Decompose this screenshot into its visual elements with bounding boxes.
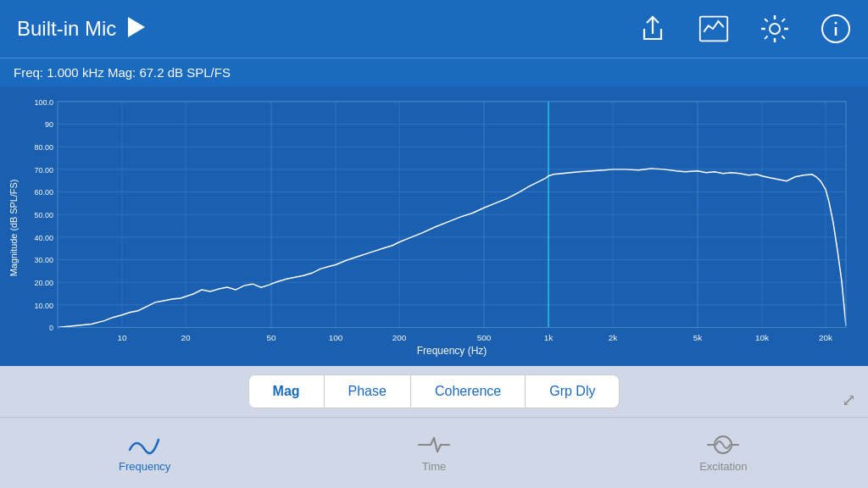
nav-frequency-label: Frequency	[119, 460, 170, 473]
frequency-icon	[126, 433, 164, 457]
expand-icon[interactable]: ⤢	[842, 390, 856, 410]
svg-text:Frequency (Hz): Frequency (Hz)	[417, 345, 487, 357]
header: Built-in Mic	[0, 0, 868, 58]
svg-text:Magnitude (dB SPL/FS): Magnitude (dB SPL/FS)	[8, 180, 19, 277]
excitation-icon	[704, 433, 742, 457]
tab-phase[interactable]: Phase	[325, 375, 411, 408]
svg-text:50.00: 50.00	[34, 211, 53, 219]
svg-line-57	[437, 445, 441, 452]
svg-line-56	[434, 438, 437, 452]
svg-text:1k: 1k	[544, 333, 554, 342]
bottom-nav: Frequency Time Excitation	[0, 417, 868, 488]
chart-button[interactable]	[698, 14, 729, 44]
svg-text:10.00: 10.00	[34, 302, 53, 310]
svg-text:20: 20	[181, 333, 191, 342]
tab-mag[interactable]: Mag	[249, 375, 325, 408]
info-button[interactable]	[821, 14, 851, 44]
settings-button[interactable]	[760, 14, 790, 44]
svg-text:100.0: 100.0	[34, 98, 53, 107]
svg-text:2k: 2k	[609, 333, 618, 342]
svg-text:30.00: 30.00	[34, 257, 53, 265]
nav-time-label: Time	[422, 460, 446, 473]
svg-text:20k: 20k	[819, 333, 832, 342]
nav-excitation-label: Excitation	[699, 460, 747, 473]
tab-coherence[interactable]: Coherence	[411, 375, 526, 408]
svg-text:200: 200	[392, 333, 407, 342]
share-button[interactable]	[637, 14, 668, 44]
header-left: Built-in Mic	[17, 17, 637, 41]
svg-text:5k: 5k	[693, 333, 703, 342]
svg-text:90: 90	[45, 121, 53, 130]
header-icons	[637, 14, 851, 44]
status-text: Freq: 1.000 kHz Mag: 67.2 dB SPL/FS	[14, 65, 231, 80]
tab-grp-dly[interactable]: Grp Dly	[526, 375, 619, 408]
frequency-chart: Magnitude (dB SPL/FS) 100.0 90 80.00 70.…	[7, 93, 861, 363]
tab-group: Mag Phase Coherence Grp Dly	[248, 374, 620, 408]
svg-point-4	[835, 22, 837, 25]
svg-text:60.00: 60.00	[34, 189, 53, 197]
svg-text:70.00: 70.00	[34, 166, 53, 175]
svg-text:10: 10	[117, 333, 127, 342]
svg-text:80.00: 80.00	[34, 143, 53, 152]
svg-point-1	[770, 24, 780, 34]
svg-text:40.00: 40.00	[34, 234, 53, 242]
play-icon	[128, 17, 145, 37]
time-icon	[415, 433, 453, 457]
svg-text:100: 100	[329, 333, 343, 342]
svg-text:10k: 10k	[755, 333, 769, 342]
svg-text:50: 50	[266, 333, 276, 342]
app-title: Built-in Mic	[17, 17, 116, 41]
status-bar: Freq: 1.000 kHz Mag: 67.2 dB SPL/FS	[0, 58, 868, 86]
tab-bar: Mag Phase Coherence Grp Dly ⤢	[0, 366, 868, 417]
nav-excitation[interactable]: Excitation	[579, 433, 868, 473]
nav-frequency[interactable]: Frequency	[0, 433, 289, 473]
svg-text:20.00: 20.00	[34, 279, 53, 287]
svg-text:500: 500	[477, 333, 492, 342]
chart-container: Magnitude (dB SPL/FS) 100.0 90 80.00 70.…	[0, 86, 868, 366]
svg-text:0: 0	[49, 324, 53, 333]
nav-time[interactable]: Time	[289, 433, 578, 473]
play-button[interactable]	[125, 17, 145, 41]
